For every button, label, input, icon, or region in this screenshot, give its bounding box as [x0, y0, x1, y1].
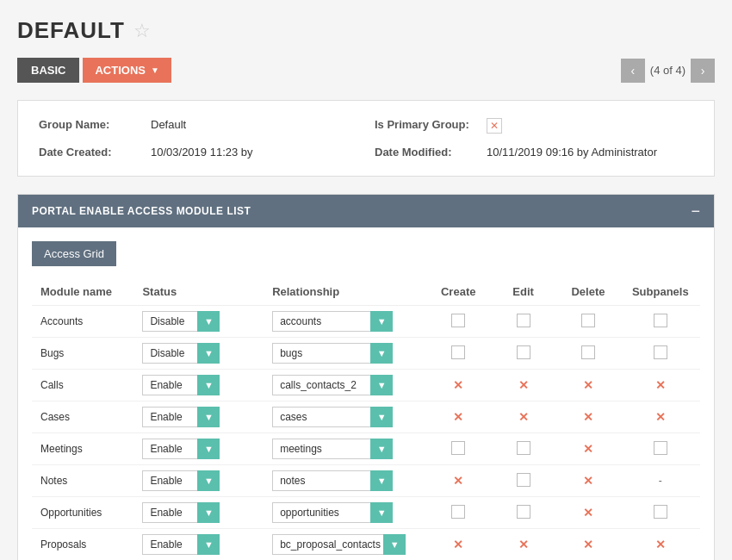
date-created-label: Date Created:	[39, 146, 151, 159]
relationship-select[interactable]: bc_proposal_contacts	[272, 534, 406, 555]
edit-checkbox[interactable]	[517, 473, 530, 487]
collapse-button[interactable]: −	[691, 203, 700, 219]
edit-checkbox[interactable]	[517, 441, 530, 455]
table-row: OpportunitiesDisableEnable▼opportunities…	[32, 497, 700, 529]
cell-create: ✕	[426, 465, 491, 497]
status-select[interactable]: DisableEnable	[142, 502, 220, 523]
next-button[interactable]: ›	[691, 59, 715, 83]
relationship-select[interactable]: accounts	[272, 311, 393, 332]
cell-status: DisableEnable▼	[133, 370, 264, 401]
cell-relationship: cases▼	[264, 401, 425, 433]
module-content: Access Grid Module name Status Relations…	[18, 227, 714, 560]
delete-x-icon: ✕	[583, 506, 593, 520]
detail-section-group: Group Name: Default	[39, 118, 357, 134]
col-header-relationship: Relationship	[264, 278, 425, 306]
cell-delete	[555, 338, 620, 370]
subpanels-x-icon: ✕	[655, 538, 666, 551]
create-checkbox[interactable]	[451, 441, 465, 455]
edit-checkbox[interactable]	[517, 345, 530, 359]
cell-relationship: calls_contacts_2▼	[264, 370, 425, 401]
relationship-select[interactable]: meetings	[272, 439, 393, 459]
detail-section-primary: Is Primary Group: ✕	[375, 118, 693, 134]
cell-module: Calls	[32, 370, 133, 401]
create-checkbox[interactable]	[451, 314, 465, 327]
cell-relationship: bc_proposal_contacts▼	[264, 529, 425, 561]
status-select[interactable]: DisableEnable	[142, 343, 220, 364]
cell-create	[426, 497, 491, 529]
cell-edit	[491, 338, 555, 370]
date-modified-value: 10/11/2019 09:16 by Administrator	[487, 146, 693, 159]
col-header-delete: Delete	[555, 278, 620, 306]
delete-checkbox[interactable]	[581, 345, 595, 359]
prev-button[interactable]: ‹	[621, 59, 645, 83]
col-header-subpanels: Subpanels	[621, 278, 700, 306]
subpanels-checkbox[interactable]	[654, 441, 667, 455]
status-select[interactable]: DisableEnable	[142, 375, 220, 395]
relationship-select[interactable]: calls_contacts_2	[272, 375, 393, 395]
status-select[interactable]: DisableEnable	[142, 439, 220, 459]
table-row: CallsDisableEnable▼calls_contacts_2▼✕✕✕✕	[32, 370, 700, 401]
detail-section-modified: Date Modified: 10/11/2019 09:16 by Admin…	[375, 146, 693, 159]
subpanels-checkbox[interactable]	[654, 345, 667, 359]
cell-subpanels	[621, 338, 700, 370]
cell-relationship: accounts▼	[264, 306, 425, 338]
cell-relationship: notes▼	[264, 465, 425, 497]
cell-delete	[555, 306, 620, 338]
delete-x-icon: ✕	[583, 442, 593, 456]
cell-module: Notes	[32, 465, 133, 497]
delete-x-icon: ✕	[583, 378, 593, 392]
cell-subpanels	[621, 433, 700, 465]
create-checkbox[interactable]	[451, 505, 465, 519]
relationship-select[interactable]: cases	[272, 407, 393, 427]
cell-module: Accounts	[32, 306, 133, 338]
toolbar-left: BASIC ACTIONS ▼	[17, 58, 171, 83]
status-select[interactable]: DisableEnable	[142, 311, 220, 332]
status-select[interactable]: DisableEnable	[142, 470, 220, 491]
cell-edit: ✕	[491, 529, 555, 561]
create-x-icon: ✕	[453, 378, 463, 392]
table-row: AccountsDisableEnable▼accounts▼	[32, 306, 700, 338]
actions-button[interactable]: ACTIONS ▼	[83, 58, 171, 83]
group-name-label: Group Name:	[39, 118, 151, 134]
cell-status: DisableEnable▼	[133, 306, 264, 338]
create-x-icon: ✕	[453, 410, 463, 424]
cell-edit	[491, 497, 555, 529]
edit-x-icon: ✕	[518, 410, 529, 424]
col-header-status: Status	[133, 278, 264, 306]
subpanels-checkbox[interactable]	[654, 314, 667, 327]
cell-create	[426, 306, 491, 338]
cell-delete: ✕	[555, 401, 620, 433]
toolbar: BASIC ACTIONS ▼ ‹ (4 of 4) ›	[17, 58, 715, 83]
access-grid-button[interactable]: Access Grid	[32, 241, 116, 266]
subpanels-checkbox[interactable]	[654, 505, 667, 519]
table-row: MeetingsDisableEnable▼meetings▼✕	[32, 433, 700, 465]
star-icon[interactable]: ☆	[133, 20, 151, 42]
detail-row-group: Group Name: Default Is Primary Group: ✕	[39, 118, 693, 134]
basic-button[interactable]: BASIC	[17, 58, 79, 83]
create-checkbox[interactable]	[451, 345, 465, 359]
edit-checkbox[interactable]	[517, 505, 530, 519]
table-row: CasesDisableEnable▼cases▼✕✕✕✕	[32, 401, 700, 433]
primary-checkbox[interactable]: ✕	[487, 118, 502, 134]
subpanels-x-icon: ✕	[655, 378, 666, 392]
cell-status: DisableEnable▼	[133, 401, 264, 433]
edit-checkbox[interactable]	[517, 314, 530, 327]
table-row: BugsDisableEnable▼bugs▼	[32, 338, 700, 370]
page-info: (4 of 4)	[650, 64, 685, 77]
relationship-select[interactable]: notes	[272, 470, 393, 491]
cell-relationship: meetings▼	[264, 433, 425, 465]
delete-checkbox[interactable]	[581, 314, 595, 327]
status-select[interactable]: DisableEnable	[142, 407, 220, 427]
cell-status: DisableEnable▼	[133, 529, 264, 561]
module-section-header: PORTAL ENABLE ACCESS MODULE LIST −	[18, 195, 714, 227]
relationship-select[interactable]: bugs	[272, 343, 393, 364]
status-select[interactable]: DisableEnable	[142, 534, 220, 555]
relationship-select[interactable]: opportunities	[272, 502, 393, 523]
subpanels-dash: -	[659, 475, 662, 487]
cell-create: ✕	[426, 529, 491, 561]
cell-edit	[491, 465, 555, 497]
cell-delete: ✕	[555, 370, 620, 401]
subpanels-x-icon: ✕	[655, 410, 666, 424]
cell-subpanels: ✕	[621, 401, 700, 433]
detail-panel: Group Name: Default Is Primary Group: ✕ …	[17, 100, 715, 177]
